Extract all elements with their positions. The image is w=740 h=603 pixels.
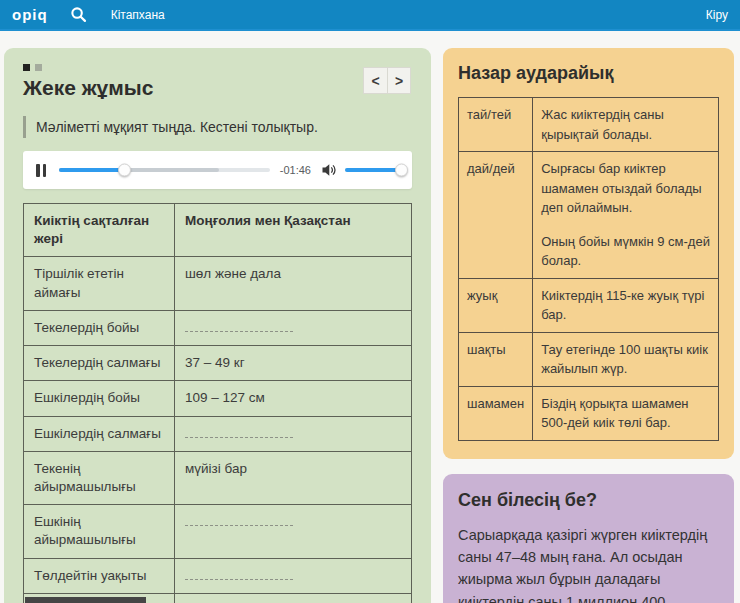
row-label: Ешкілердің салмағы xyxy=(24,416,175,451)
pause-icon xyxy=(43,164,47,177)
row-value-blank xyxy=(175,416,412,451)
vocab-example-text: Тау етегінде 100 шақты киік жайылып жүр. xyxy=(541,340,710,379)
search-icon[interactable] xyxy=(70,6,87,23)
top-bar: opiq Кітапхана Кіру xyxy=(0,0,740,31)
table-row: Ешкілердің бойы 109 – 127 см xyxy=(24,381,412,416)
table-row: Ешкінің айырмашылығы xyxy=(24,505,412,558)
vocab-example-text: Біздің қорықта шамамен 500-дей киік төлі… xyxy=(541,394,710,433)
vocab-term: шамамен xyxy=(459,386,533,440)
vocab-example: Сырғасы бар киіктер шамамен отыздай бола… xyxy=(533,152,719,279)
sidebar-column: Назар аударайық тай/тей Жас киіктердің с… xyxy=(443,48,734,603)
table-row: Текенің айырмашылығы мүйізі бар xyxy=(24,451,412,504)
vocab-example-text: Оның бойы мүмкін 9 см-дей болар. xyxy=(541,232,710,271)
row-value-blank xyxy=(175,310,412,345)
table-row: Текелердің салмағы 37 – 49 кг xyxy=(24,346,412,381)
seek-thumb[interactable] xyxy=(118,164,131,177)
row-label: Ешкілердің бойы xyxy=(24,381,175,416)
row-value: шөл және дала xyxy=(175,257,412,310)
blank-answer-line xyxy=(185,429,293,438)
volume-icon[interactable] xyxy=(321,162,337,178)
did-you-know-panel: Сен білесің бе? Сарыарқада қазіргі жүрге… xyxy=(443,474,734,603)
vocab-example-text: Жас киіктердің саны қырықтай болады. xyxy=(541,105,710,144)
vocab-row: шамамен Біздің қорықта шамамен 500-дей к… xyxy=(459,386,719,440)
vocab-example: Тау етегінде 100 шақты киік жайылып жүр. xyxy=(533,332,719,386)
did-you-know-title: Сен білесің бе? xyxy=(458,490,719,511)
next-slide-button[interactable]: > xyxy=(387,67,411,94)
library-link[interactable]: Кітапхана xyxy=(111,8,165,22)
row-value: 37 – 49 кг xyxy=(175,346,412,381)
vocab-row: шақты Тау етегінде 100 шақты киік жайылы… xyxy=(459,332,719,386)
vocab-term: шақты xyxy=(459,332,533,386)
row-value-blank xyxy=(175,505,412,558)
table-row: Төлдейтін уақыты xyxy=(24,558,412,593)
blank-answer-line xyxy=(185,323,293,332)
row-label: Текелердің салмағы xyxy=(24,346,175,381)
prev-slide-button[interactable]: < xyxy=(363,67,387,94)
row-label: Текелердің бойы xyxy=(24,310,175,345)
vocab-example: Киіктердің 115-ке жуық түрі бар. xyxy=(533,278,719,332)
pause-button[interactable] xyxy=(34,162,48,179)
exercise-table: Киіктің сақталған жері Моңғолия мен Қаза… xyxy=(23,203,412,603)
row-value: 109 – 127 см xyxy=(175,381,412,416)
time-remaining: -01:46 xyxy=(280,164,311,176)
seek-bar[interactable] xyxy=(59,168,270,172)
page: opiq Кітапхана Кіру < > Жеке жұмыс Мәлім… xyxy=(0,0,740,603)
vocab-row: дай/дей Сырғасы бар киіктер шамамен отыз… xyxy=(459,152,719,279)
pause-icon xyxy=(36,164,40,177)
bottom-cutoff-element xyxy=(25,597,146,603)
vocab-example: Жас киіктердің саны қырықтай болады. xyxy=(533,98,719,152)
vocab-term: жуық xyxy=(459,278,533,332)
row-label: Ешкінің айырмашылығы xyxy=(24,505,175,558)
table-row: Тіршілік ететін аймағы шөл және дала xyxy=(24,257,412,310)
vocab-term: тай/тей xyxy=(459,98,533,152)
volume-thumb[interactable] xyxy=(395,164,408,177)
vocab-term: дай/дей xyxy=(459,152,533,279)
opiq-logo[interactable]: opiq xyxy=(12,6,48,23)
row-label: Төлдейтін уақыты xyxy=(24,558,175,593)
volume-slider[interactable] xyxy=(345,168,401,172)
vocab-example-text: Сырғасы бар киіктер шамамен отыздай бола… xyxy=(541,159,710,218)
table-header-row: Киіктің сақталған жері Моңғолия мен Қаза… xyxy=(24,204,412,257)
blank-answer-line xyxy=(185,517,293,526)
table-header-cell: Моңғолия мен Қазақстан xyxy=(175,204,412,257)
vocab-example-text: Киіктердің 115-ке жуық түрі бар. xyxy=(541,286,710,325)
progress-bar xyxy=(59,168,124,172)
attention-panel: Назар аударайық тай/тей Жас киіктердің с… xyxy=(443,48,734,459)
table-row: Ешкілердің салмағы xyxy=(24,416,412,451)
instruction-text: Мәліметті мұқият тыңда. Кестені толықтыр… xyxy=(23,116,412,138)
blank-answer-line xyxy=(185,571,293,580)
attention-title: Назар аударайық xyxy=(458,63,719,84)
vocab-row: тай/тей Жас киіктердің саны қырықтай бол… xyxy=(459,98,719,152)
login-link[interactable]: Кіру xyxy=(706,8,728,22)
volume-level xyxy=(345,168,401,172)
row-value: еті дәмді, терісі әдемі, мүйізі мен тұяғ… xyxy=(175,593,412,603)
slide-dot-current[interactable] xyxy=(23,64,30,71)
row-label: Текенің айырмашылығы xyxy=(24,451,175,504)
vocab-example: Біздің қорықта шамамен 500-дей киік төлі… xyxy=(533,386,719,440)
did-you-know-text: Сарыарқада қазіргі жүрген киіктердің сан… xyxy=(458,524,719,603)
vocab-table: тай/тей Жас киіктердің саны қырықтай бол… xyxy=(458,97,719,441)
slide-dot-next[interactable] xyxy=(35,64,42,71)
row-value-blank xyxy=(175,558,412,593)
exercise-panel: < > Жеке жұмыс Мәліметті мұқият тыңда. К… xyxy=(4,48,431,603)
row-label: Тіршілік ететін аймағы xyxy=(24,257,175,310)
exercise-title: Жеке жұмыс xyxy=(23,76,412,100)
table-row: Текелердің бойы xyxy=(24,310,412,345)
table-header-cell: Киіктің сақталған жері xyxy=(24,204,175,257)
audio-player: -01:46 xyxy=(23,151,412,189)
vocab-row: жуық Киіктердің 115-ке жуық түрі бар. xyxy=(459,278,719,332)
slide-indicator xyxy=(23,64,412,71)
row-value: мүйізі бар xyxy=(175,451,412,504)
slide-nav: < > xyxy=(363,67,411,94)
